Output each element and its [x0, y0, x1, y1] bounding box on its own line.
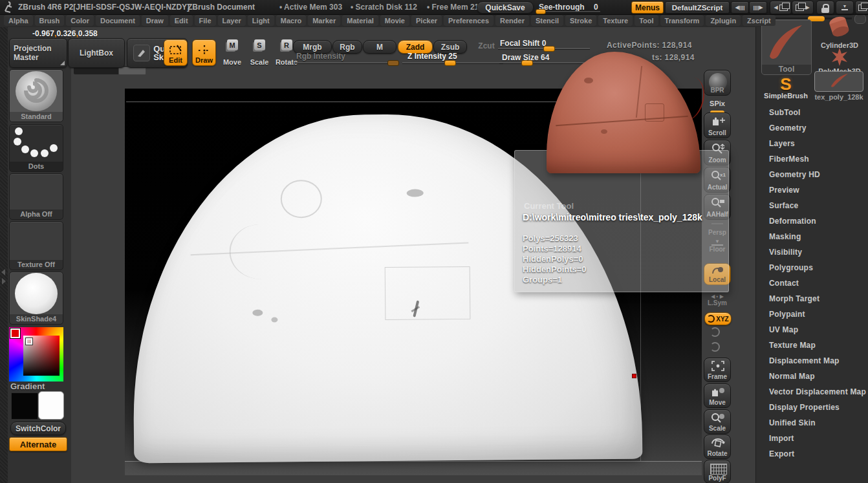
rgb-intensity-slider-track[interactable] — [294, 62, 399, 63]
lsym-button[interactable]: ◀ ▪ ▶ L.Sym — [704, 294, 731, 306]
lock-button[interactable] — [816, 1, 834, 14]
scroll-button[interactable]: Scroll — [704, 113, 731, 138]
section-subtool[interactable]: SubTool — [756, 105, 868, 120]
alternate-button[interactable]: Alternate — [9, 437, 67, 451]
menu-brush[interactable]: Brush — [35, 16, 65, 26]
menu-material[interactable]: Material — [342, 16, 378, 26]
focal-shift-slider-thumb[interactable] — [543, 46, 555, 52]
edit-button[interactable]: Edit — [164, 39, 188, 66]
lightbox-button[interactable]: LightBox — [68, 38, 125, 68]
rgb-intensity-slider-thumb[interactable] — [387, 60, 399, 66]
y-rotate-button[interactable] — [710, 327, 720, 339]
simplebrush-item[interactable]: S SimpleBrush — [761, 76, 810, 106]
menu-stroke[interactable]: Stroke — [565, 16, 596, 26]
scale-view-button[interactable]: Scale — [704, 409, 731, 434]
draw-label: Draw — [195, 56, 213, 64]
menu-layer[interactable]: Layer — [218, 16, 246, 26]
menu-marker[interactable]: Marker — [308, 16, 340, 26]
frame-button[interactable]: Frame — [704, 358, 731, 382]
menu-light[interactable]: Light — [248, 16, 274, 26]
rotate-view-button[interactable]: Rotate — [704, 435, 731, 459]
section-visibility[interactable]: Visibility — [756, 244, 868, 260]
stroke-thumbnail[interactable]: Dots — [9, 124, 63, 172]
shrink-palettes-button[interactable]: ◀|||| — [731, 1, 749, 14]
menu-edit[interactable]: Edit — [170, 16, 193, 26]
move-button[interactable]: M Move — [221, 39, 244, 66]
section-import[interactable]: Import — [756, 431, 868, 446]
see-through-slider-thumb[interactable] — [536, 9, 546, 14]
minimize-document-button[interactable]: ▼ — [836, 1, 854, 14]
menu-preferences[interactable]: Preferences — [444, 16, 494, 26]
menu-stencil[interactable]: Stencil — [531, 16, 563, 26]
section-surface[interactable]: Surface — [756, 198, 868, 213]
menu-movie[interactable]: Movie — [380, 16, 409, 26]
move-view-button[interactable]: Move — [704, 383, 731, 408]
section-deformation[interactable]: Deformation — [756, 213, 868, 229]
section-vector-displacement-map[interactable]: Vector Displacement Map — [756, 384, 868, 400]
projection-master-button[interactable]: Projection Master — [9, 38, 67, 68]
draw-size-slider-thumb[interactable] — [521, 60, 533, 66]
section-displacement-map[interactable]: Displacement Map — [756, 353, 868, 369]
menu-alpha[interactable]: Alpha — [4, 16, 33, 26]
current-tool-thumbnail[interactable]: Tool — [761, 19, 812, 75]
m-button[interactable]: M — [363, 40, 396, 54]
bpr-button[interactable]: BPR — [704, 70, 731, 96]
gradient-label[interactable]: Gradient — [10, 381, 45, 391]
menu-tool[interactable]: Tool — [635, 16, 658, 26]
section-geometry-hd[interactable]: Geometry HD — [756, 167, 868, 182]
menu-zscript[interactable]: Zscript — [743, 16, 776, 26]
restore-window-button[interactable] — [855, 1, 868, 14]
quicksave-button[interactable]: QuickSave — [477, 1, 534, 14]
menus-button[interactable]: Menus — [631, 1, 664, 14]
alpha-thumbnail[interactable]: Alpha Off — [9, 173, 63, 220]
texture-thumbnail[interactable]: Texture Off — [9, 221, 63, 270]
section-polygroups[interactable]: Polygroups — [756, 260, 868, 275]
color-picker[interactable] — [9, 327, 63, 381]
section-normal-map[interactable]: Normal Map — [756, 369, 868, 384]
cylinder3d-item[interactable]: Cylinder3D — [813, 16, 866, 52]
menu-render[interactable]: Render — [495, 16, 529, 26]
xyz-button[interactable]: XYZ — [704, 312, 732, 325]
material-thumbnail[interactable]: SkinShade4 — [9, 272, 63, 325]
section-display-properties[interactable]: Display Properties — [756, 400, 868, 415]
menu-zplugin[interactable]: Zplugin — [706, 16, 741, 26]
section-preview[interactable]: Preview — [756, 182, 868, 198]
spix-control[interactable]: SPix — [704, 97, 731, 114]
section-geometry[interactable]: Geometry — [756, 120, 868, 136]
section-export[interactable]: Export — [756, 446, 868, 462]
scale-button[interactable]: S Scale — [248, 39, 271, 66]
menu-color[interactable]: Color — [66, 16, 94, 26]
z-intensity-slider-thumb[interactable] — [444, 60, 456, 66]
section-unified-skin[interactable]: Unified Skin — [756, 415, 868, 431]
draw-button[interactable]: Draw — [192, 39, 216, 66]
menu-file[interactable]: File — [195, 16, 216, 26]
menu-document[interactable]: Document — [96, 16, 140, 26]
menu-picker[interactable]: Picker — [411, 16, 442, 26]
menu-draw[interactable]: Draw — [142, 16, 168, 26]
section-contact[interactable]: Contact — [756, 275, 868, 291]
draw-size-slider-track[interactable] — [499, 62, 590, 63]
expand-palettes-button[interactable]: ||||▶ — [749, 1, 767, 14]
menu-texture[interactable]: Texture — [598, 16, 633, 26]
next-document-button[interactable]: ▶ — [792, 1, 814, 14]
tray-collapse-arrow-icon[interactable] — [1, 269, 5, 275]
section-fibermesh[interactable]: FiberMesh — [756, 151, 868, 167]
section-layers[interactable]: Layers — [756, 136, 868, 151]
secondary-color-swatch[interactable] — [38, 391, 64, 420]
menu-transform[interactable]: Transform — [660, 16, 704, 26]
z-rotate-button[interactable] — [710, 342, 720, 354]
section-morph-target[interactable]: Morph Target — [756, 291, 868, 306]
main-color-swatch[interactable] — [11, 392, 38, 420]
section-uv-map[interactable]: UV Map — [756, 322, 868, 338]
texpoly-item[interactable]: tex_poly_128k — [813, 71, 865, 107]
section-masking[interactable]: Masking — [756, 229, 868, 244]
section-texture-map[interactable]: Texture Map — [756, 338, 868, 353]
menu-macro[interactable]: Macro — [276, 16, 306, 26]
polyf-button[interactable]: PolyF — [704, 460, 731, 483]
brush-thumbnail[interactable]: Standard — [9, 69, 63, 122]
section-polypaint[interactable]: Polypaint — [756, 306, 868, 322]
default-zscript-button[interactable]: DefaultZScript — [665, 1, 730, 14]
tray-expand-arrow-icon[interactable] — [2, 278, 6, 284]
prev-document-button[interactable]: ◀ — [770, 1, 792, 14]
switch-color-button[interactable]: SwitchColor — [10, 422, 66, 435]
